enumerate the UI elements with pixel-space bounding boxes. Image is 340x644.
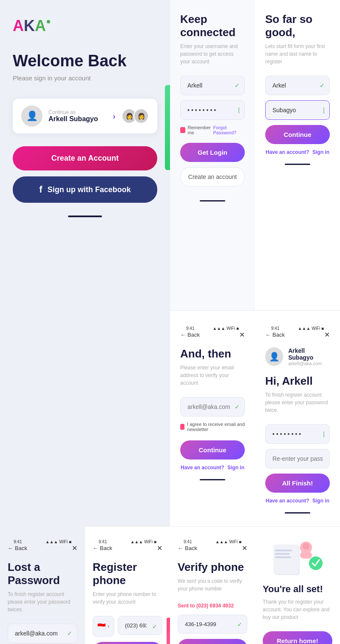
close-lost[interactable]: ✕: [72, 544, 77, 552]
confirm-button[interactable]: Confirm: [178, 639, 247, 644]
so-far-continue-button[interactable]: Continue: [265, 125, 330, 144]
verify-title: Verify phone: [178, 561, 247, 574]
svg-rect-2: [275, 550, 292, 551]
verify-sub: We sent you a code to verify your phone …: [178, 577, 247, 593]
back-verify[interactable]: ← Back: [178, 545, 197, 551]
signal-icons: ▲▲▲ WiFi ■: [212, 326, 239, 331]
register-phone-title: Register phone: [93, 561, 162, 587]
logo-a1: A: [13, 17, 24, 34]
facebook-button-label: Sign up with Facebook: [48, 185, 131, 194]
all-set-sub: Thank you for register your account. You…: [263, 598, 332, 621]
panel-divider-2: [285, 164, 310, 165]
sign-in-link[interactable]: Sign in: [312, 149, 329, 155]
all-set-title: You're all set!: [263, 584, 332, 595]
back-reg[interactable]: ← Back: [93, 545, 112, 551]
lost-email-wrapper: ✓: [8, 624, 77, 643]
continue-card[interactable]: 👤 Continue as Arkell Subagyo › 👩 👩: [13, 99, 157, 133]
profile-avatar: 👤: [265, 347, 283, 366]
time-and-then: 9:41: [186, 326, 194, 331]
have-account-row: Have an account? Sign in: [265, 149, 330, 155]
avatar-2: 👩: [133, 108, 149, 124]
keep-connected-panel: Keep connected Enter your username and p…: [170, 0, 255, 310]
back-button-and-then[interactable]: ← Back: [180, 332, 200, 338]
email-check: ✓: [235, 403, 240, 410]
svg-rect-4: [275, 556, 291, 558]
and-then-have-account: Have an account? Sign in: [180, 465, 245, 471]
close-reg[interactable]: ✕: [157, 544, 162, 552]
signal-icon: ▲▲▲: [212, 326, 225, 331]
code-check: ✓: [237, 621, 242, 628]
svg-rect-3: [275, 553, 290, 555]
hi-arkell-sign-in[interactable]: Sign in: [312, 498, 329, 504]
and-then-sign-in[interactable]: Sign in: [227, 465, 244, 471]
new-password-input[interactable]: [265, 424, 330, 444]
continue-label: Continue as: [48, 109, 107, 115]
close-verify[interactable]: ✕: [242, 544, 247, 552]
facebook-signup-button[interactable]: f Sign up with Facebook: [13, 176, 157, 203]
register-phone-panel: 9:41 ▲▲▲ WiFi ■ ← Back ✕ Register phone …: [85, 526, 170, 644]
profile-info: Arkell Subagyo arkell@aka.com: [288, 347, 330, 366]
password-input[interactable]: [180, 100, 245, 120]
have-account-text: Have an account?: [266, 149, 309, 155]
flag-selector[interactable]: 🇮🇩 ▾: [93, 616, 114, 637]
agree-row: I agree to receive email and newsletter: [180, 422, 245, 432]
and-then-panel: 9:41 ▲▲▲ WiFi ■ ← Back ✕ And, then Pleas…: [170, 310, 255, 526]
back-button-hi[interactable]: ← Back: [265, 332, 285, 338]
all-finish-button[interactable]: All Finish!: [265, 474, 330, 493]
last-name-input[interactable]: [265, 100, 330, 120]
lost-password-title: Lost a Password: [8, 561, 77, 587]
check-icon: ✓: [235, 82, 240, 89]
hi-arkell-have-account: Have an account? Sign in: [265, 498, 330, 504]
hi-arkell-panel: 9:41 ▲▲▲ WiFi ■ ← Back ✕ 👤 Arkell Subagy…: [255, 310, 340, 526]
logo-dot: [47, 20, 50, 23]
green-accent-bar: [165, 85, 170, 170]
remember-checkbox[interactable]: [180, 127, 185, 133]
profile-row: 👤 Arkell Subagyo arkell@aka.com: [265, 347, 330, 366]
re-enter-password-wrapper: [265, 449, 330, 468]
panel-divider: [200, 200, 225, 201]
agree-checkbox[interactable]: [180, 424, 184, 430]
register-phone-continue[interactable]: Continue: [93, 642, 162, 644]
signal-hi: ▲▲▲ WiFi ■: [298, 326, 324, 331]
re-enter-password-input[interactable]: [265, 449, 330, 468]
all-set-panel: You're all set! Thank you for register y…: [255, 526, 340, 644]
back-lost[interactable]: ← Back: [8, 545, 27, 551]
code-wrapper: ✓: [178, 615, 247, 634]
left-panel: AKA Welcome Back Please sign in your acc…: [0, 0, 170, 310]
panel-nav-and-then: ← Back ✕: [180, 331, 245, 339]
create-account-link-button[interactable]: Create an account: [180, 167, 245, 187]
lost-password-sub: To finish register account please enter …: [8, 590, 77, 613]
row-3-section: 9:41 ▲▲▲ WiFi ■ ← Back ✕ Lost a Password…: [0, 526, 340, 644]
hi-arkell-divider: [285, 512, 310, 513]
register-phone-sub: Enter your phone number to verify your a…: [93, 590, 162, 606]
chevron-right-icon[interactable]: ›: [113, 111, 116, 121]
profile-email: arkell@aka.com: [288, 361, 330, 366]
logo-a2: A: [35, 17, 46, 34]
avatar: 👤: [21, 105, 42, 127]
flag-chevron: ▾: [108, 624, 110, 629]
svg-point-8: [309, 556, 323, 570]
battery-icon: ■: [236, 326, 239, 331]
status-bar-hi: 9:41 ▲▲▲ WiFi ■: [265, 323, 330, 331]
last-name-check: |: [323, 107, 325, 113]
email-wrapper: ✓: [180, 397, 245, 417]
first-name-check: ✓: [320, 82, 325, 89]
lost-password-panel: 9:41 ▲▲▲ WiFi ■ ← Back ✕ Lost a Password…: [0, 526, 85, 644]
close-button-hi[interactable]: ✕: [324, 331, 330, 339]
and-then-continue-button[interactable]: Continue: [180, 440, 245, 460]
create-account-button[interactable]: Create an Account: [13, 146, 157, 170]
pw-cursor: |: [323, 431, 325, 437]
and-then-divider: [200, 479, 225, 480]
forgot-password-link[interactable]: Forgot Password?: [213, 125, 245, 135]
welcome-title: Welcome Back: [13, 52, 157, 70]
close-button-and-then[interactable]: ✕: [239, 331, 245, 339]
get-login-button[interactable]: Get Login: [180, 143, 245, 162]
remember-label: Remember me: [180, 125, 213, 135]
return-home-button[interactable]: Return home!: [263, 631, 332, 644]
so-far-sub: Lets start fill form your first name and…: [265, 43, 330, 65]
and-then-sub: Please enter your email address to verif…: [180, 364, 245, 387]
username-wrapper: ✓: [180, 76, 245, 95]
success-illustration: [263, 537, 332, 577]
first-name-wrapper: ✓: [265, 76, 330, 95]
status-bar-and-then: 9:41 ▲▲▲ WiFi ■: [180, 323, 245, 331]
